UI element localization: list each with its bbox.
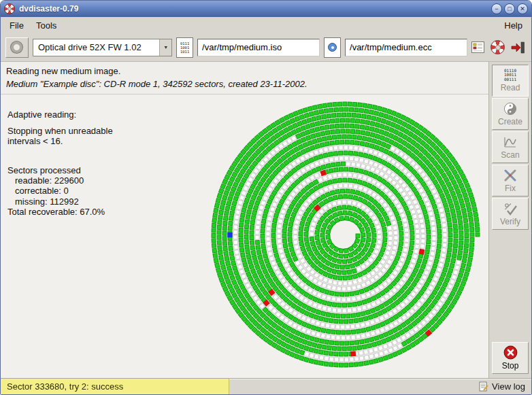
binary-icon: 01110 10011 00111	[504, 69, 516, 82]
menu-help[interactable]: Help	[498, 18, 529, 33]
create-label: Create	[498, 117, 522, 126]
spiral-area	[199, 95, 488, 378]
lifebelt-icon	[491, 40, 505, 54]
status-line-1: Reading new medium image.	[6, 65, 483, 78]
app-icon	[4, 3, 15, 14]
maximize-button[interactable]: □	[504, 3, 515, 14]
medium-info-line: Medium "Example disc": CD-R mode 1, 3425…	[6, 78, 483, 91]
reading-view: Adaptive reading: Stopping when unreadab…	[1, 95, 488, 378]
missing-count: missing: 112992	[7, 196, 199, 207]
fix-button[interactable]: Fix	[492, 165, 529, 196]
quit-button[interactable]	[511, 41, 525, 54]
stop-icon	[503, 345, 518, 360]
tools-icon	[503, 169, 517, 182]
body: Reading new medium image. Medium "Exampl…	[1, 62, 531, 378]
correctable-count: correctable: 0	[7, 186, 199, 196]
scan-curve-icon	[503, 135, 517, 149]
verify-button[interactable]: Verify	[492, 198, 529, 230]
view-log-label: View log	[492, 381, 525, 392]
chevron-down-icon[interactable]	[159, 39, 171, 56]
drive-select-value: Optical drive 52X FW 1.02	[33, 42, 159, 52]
disc-icon	[328, 43, 337, 52]
ecc-file-input[interactable]	[345, 39, 467, 56]
log-page-icon	[479, 381, 488, 392]
stopping-condition-line2: intervals < 16.	[7, 136, 199, 146]
titlebar[interactable]: dvdisaster-0.79 − □ ✕	[1, 1, 531, 17]
adaptive-reading-title: Adaptive reading:	[7, 109, 199, 120]
checkmark-icon	[503, 202, 517, 216]
menu-file[interactable]: File	[3, 18, 30, 33]
window-controls: − □ ✕	[491, 3, 528, 14]
help-button[interactable]	[491, 40, 505, 54]
readable-count: readable: 229600	[7, 175, 199, 186]
toolbar: Optical drive 52X FW 1.02 0111 1001 1011	[1, 33, 531, 62]
close-button[interactable]: ✕	[517, 3, 528, 14]
stopping-condition-line1: Stopping when unreadable	[7, 126, 199, 136]
preferences-button[interactable]	[471, 41, 484, 53]
verify-label: Verify	[500, 217, 520, 226]
status-message: Sector 333680, try 2: success	[1, 379, 229, 394]
menu-tools[interactable]: Tools	[30, 18, 63, 33]
app-window: dvdisaster-0.79 − □ ✕ File Tools Help Op…	[0, 0, 532, 395]
stop-label: Stop	[502, 361, 519, 371]
ecc-file-icon	[324, 37, 341, 58]
scan-label: Scan	[501, 150, 519, 160]
total-recoverable: Total recoverable: 67.0%	[7, 207, 199, 217]
statusbar: Sector 333680, try 2: success View log	[1, 378, 531, 394]
image-file-input[interactable]	[197, 39, 320, 56]
drive-icon	[11, 41, 22, 53]
window-title: dvdisaster-0.79	[19, 4, 78, 14]
read-label: Read	[501, 83, 520, 92]
yin-yang-icon	[503, 102, 517, 116]
read-button[interactable]: 01110 10011 00111 Read	[492, 65, 529, 97]
fix-label: Fix	[505, 184, 516, 193]
content-area: Reading new medium image. Medium "Exampl…	[1, 62, 489, 378]
drive-select[interactable]: Optical drive 52X FW 1.02	[33, 39, 172, 56]
drive-icon-button[interactable]	[5, 37, 29, 58]
info-panel: Adaptive reading: Stopping when unreadab…	[1, 95, 199, 378]
exit-arrow-icon	[511, 41, 525, 54]
toolbar-right-icons	[471, 40, 527, 54]
view-log-button[interactable]: View log	[473, 379, 531, 394]
action-sidebar: 01110 10011 00111 Read Create	[489, 62, 531, 378]
sector-spiral	[203, 95, 485, 377]
preferences-icon	[471, 41, 484, 53]
minimize-button[interactable]: −	[491, 3, 502, 14]
scan-button[interactable]: Scan	[492, 131, 529, 163]
stop-button[interactable]: Stop	[492, 342, 529, 374]
create-button[interactable]: Create	[492, 98, 529, 130]
status-header: Reading new medium image. Medium "Exampl…	[1, 62, 488, 95]
image-file-icon: 0111 1001 1011	[176, 37, 193, 58]
menubar: File Tools Help	[1, 17, 531, 33]
sectors-processed-title: Sectors processed	[7, 165, 199, 175]
